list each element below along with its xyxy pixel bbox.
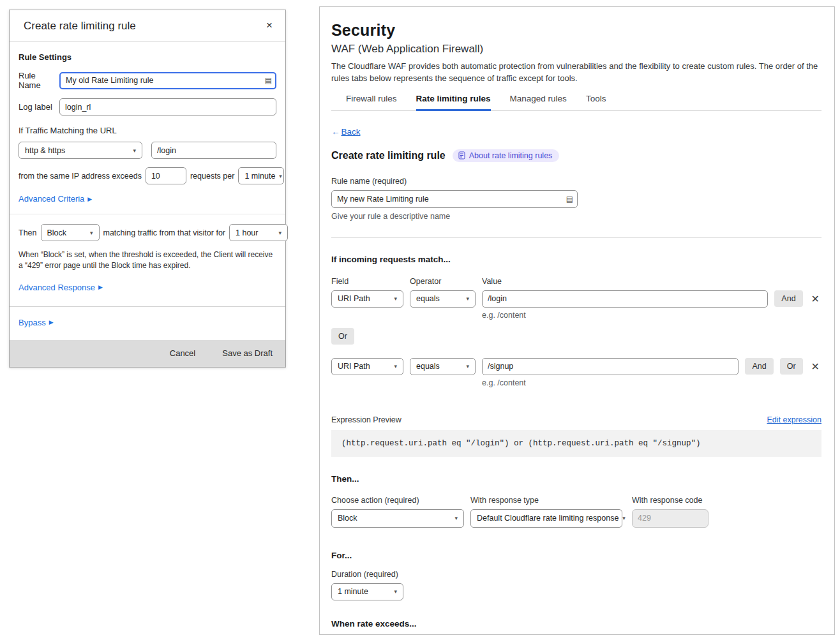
response-type-select[interactable]: Default Cloudflare rate limiting respons… [470,509,622,528]
bypass-section: Bypass ▶ [10,307,285,340]
duration-label: Duration (required) [331,570,821,579]
chevron-down-icon: ▾ [90,230,93,236]
chevron-down-icon: ▾ [466,295,469,302]
value-input[interactable] [482,358,739,375]
condition-row: URI Path ▾ equals ▾ And Or ✕ [331,358,821,375]
autofill-extension-icon[interactable]: ▤ [265,77,272,84]
action-select[interactable]: Block ▾ [331,509,464,528]
rule-name-row: Rule Name ▤ [19,71,276,90]
autofill-extension-icon[interactable]: ▤ [566,195,573,203]
block-note-text: When “Block” is set, when the threshold … [19,249,276,272]
rule-name-input[interactable] [331,190,578,208]
dialog-footer: Cancel Save as Draft [10,340,285,367]
period-select[interactable]: 1 minute ▾ [238,167,284,184]
rule-name-label: Rule name (required) [331,177,821,186]
dialog-title: Create rate limiting rule [24,20,136,33]
remove-condition-icon[interactable]: ✕ [809,361,821,373]
operator-column-label: Operator [410,277,476,286]
divider [10,214,285,214]
then-controls-row: Block ▾ Default Cloudflare rate limiting… [331,509,821,528]
requests-per-text: requests per [190,172,234,181]
bypass-link[interactable]: Bypass ▶ [19,318,54,327]
then-middle-text: matching traffic from that visitor for [103,228,226,237]
rule-settings-heading: Rule Settings [19,52,276,62]
page-description: The Cloudflare WAF provides both automat… [331,61,821,85]
for-heading: For... [331,551,821,560]
chevron-down-icon: ▾ [394,363,397,369]
form-heading-row: Create rate limiting rule About rate lim… [331,149,821,162]
and-button[interactable]: And [745,358,773,375]
condition-row: URI Path ▾ equals ▾ And ✕ [331,290,821,308]
advanced-criteria-link[interactable]: Advanced Criteria ▶ [19,194,92,204]
page-title: Security [331,21,821,40]
rule-name-input[interactable] [59,72,276,89]
chevron-down-icon: ▾ [466,363,469,369]
back-link[interactable]: ← Back [331,127,361,137]
action-label: Choose action (required) [331,496,470,505]
field-select[interactable]: URI Path ▾ [331,358,403,375]
expression-code: (http.request.uri.path eq "/login") or (… [331,430,821,457]
divider [331,237,821,238]
form-heading: Create rate limiting rule [331,150,446,161]
value-helper: e.g. /content [482,378,821,387]
remove-condition-icon[interactable]: ✕ [809,293,821,305]
chevron-down-icon: ▾ [394,295,397,302]
then-label: Then [19,228,37,237]
cancel-button[interactable]: Cancel [170,348,195,358]
log-label-input[interactable] [59,98,276,115]
rule-name-helper: Give your rule a descriptive name [331,212,821,221]
then-labels-row: Choose action (required) With response t… [331,496,821,505]
action-select[interactable]: Block ▾ [41,224,100,241]
operator-select[interactable]: equals ▾ [410,358,476,375]
about-rate-limiting-link[interactable]: About rate limiting rules [453,149,560,162]
tab-tools[interactable]: Tools [586,94,606,111]
scheme-select[interactable]: http & https ▾ [19,142,142,159]
or-button[interactable]: Or [780,358,803,375]
doc-icon [458,151,465,160]
duration-select[interactable]: 1 minute ▾ [331,583,403,600]
chevron-down-icon: ▾ [133,147,136,154]
chevron-down-icon: ▾ [278,230,281,236]
field-column-label: Field [331,277,403,286]
dialog-header: Create rate limiting rule × [10,10,285,42]
expression-preview-label: Expression Preview [331,415,401,424]
legacy-rate-limit-dialog: Create rate limiting rule × Rule Setting… [9,10,286,368]
caret-right-icon: ▶ [87,196,92,202]
chevron-down-icon: ▾ [279,173,282,179]
waf-tabs: Firewall rules Rate limiting rules Manag… [331,94,821,111]
match-heading: If incoming requests match... [331,255,821,264]
caret-right-icon: ▶ [49,319,54,325]
page-subtitle: WAF (Web Application Firewall) [331,43,821,56]
tab-rate-limiting-rules[interactable]: Rate limiting rules [416,94,491,111]
value-helper: e.g. /content [482,311,821,320]
rate-heading: When rate exceeds... [331,619,821,629]
operator-select[interactable]: equals ▾ [410,290,476,308]
block-duration-select[interactable]: 1 hour ▾ [229,224,288,241]
requests-count-input[interactable] [146,167,186,184]
and-button[interactable]: And [774,290,802,307]
chevron-down-icon: ▾ [454,515,458,521]
tab-managed-rules[interactable]: Managed rules [510,94,567,111]
traffic-match-heading: If Traffic Matching the URL [19,126,276,135]
url-input[interactable] [151,142,276,159]
edit-expression-link[interactable]: Edit expression [767,415,821,424]
value-input[interactable] [482,290,768,308]
expression-preview-row: Expression Preview Edit expression [331,415,821,424]
advanced-response-link[interactable]: Advanced Response ▶ [19,283,103,292]
tab-firewall-rules[interactable]: Firewall rules [346,94,397,111]
log-label-row: Log label [19,98,276,115]
then-row: Then Block ▾ matching traffic from that … [19,224,276,241]
or-button[interactable]: Or [331,328,354,345]
save-as-draft-button[interactable]: Save as Draft [222,348,273,358]
dialog-body: Rule Settings Rule Name ▤ Log label If T… [10,42,285,306]
close-icon[interactable]: × [266,20,273,31]
arrow-left-icon: ← [331,127,340,137]
chevron-down-icon: ▾ [394,588,397,595]
condition-column-labels: Field Operator Value [331,277,821,286]
rule-name-label: Rule Name [19,71,59,90]
value-column-label: Value [482,277,502,286]
field-select[interactable]: URI Path ▾ [331,290,403,308]
log-label-label: Log label [19,102,59,112]
response-code-input [632,509,709,528]
security-waf-panel: Security WAF (Web Application Firewall) … [319,6,835,635]
